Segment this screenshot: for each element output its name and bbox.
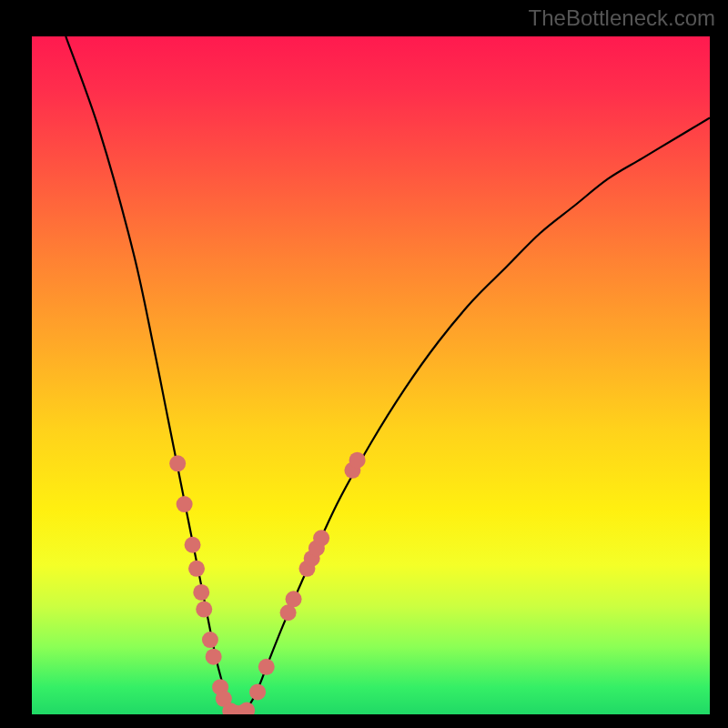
marker-point	[238, 703, 255, 714]
watermark-text: TheBottleneck.com	[529, 5, 715, 31]
marker-point	[313, 530, 329, 546]
marker-point	[188, 561, 205, 577]
plot-area	[32, 36, 710, 714]
marker-point	[177, 496, 193, 512]
marker-point	[185, 537, 201, 553]
bottleneck-curve	[66, 36, 710, 714]
marker-point	[169, 455, 186, 471]
chart-frame: TheBottleneck.com	[0, 0, 728, 728]
marker-point	[196, 602, 212, 618]
marker-point	[206, 649, 222, 665]
marker-point	[258, 659, 275, 675]
marker-group	[169, 452, 365, 714]
marker-point	[249, 683, 266, 700]
marker-point	[286, 591, 302, 607]
marker-point	[349, 452, 366, 469]
marker-point	[193, 584, 209, 601]
curve-layer	[32, 36, 710, 714]
marker-point	[202, 632, 218, 648]
